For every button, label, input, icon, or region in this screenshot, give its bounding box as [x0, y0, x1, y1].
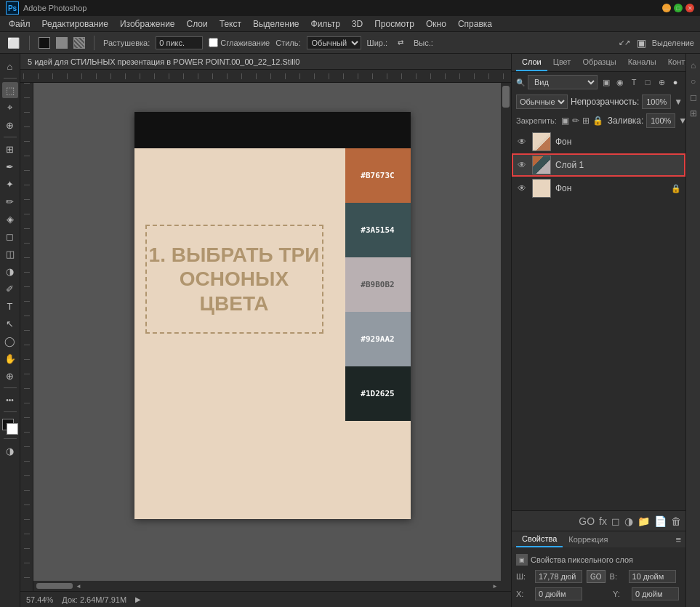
delete-layer-icon[interactable]: 🗑: [671, 515, 681, 527]
tab-channels[interactable]: Каналы: [622, 54, 662, 71]
menu-layers[interactable]: Слои: [181, 17, 214, 31]
dodge-tool[interactable]: ◑: [2, 263, 18, 279]
filter-pixel-icon[interactable]: ▣: [600, 76, 612, 88]
pen-tool[interactable]: ✐: [2, 281, 18, 297]
smooth-checkbox[interactable]: [209, 38, 218, 47]
select-all-icon[interactable]: ▣: [635, 36, 649, 50]
width-link-icon[interactable]: ⇄: [393, 36, 408, 50]
feather-input[interactable]: [156, 36, 203, 49]
shape-tool[interactable]: ◯: [2, 333, 18, 349]
title-bar-left: Ps Adobe Photoshop: [6, 1, 87, 15]
crop-tool[interactable]: ⊞: [2, 141, 18, 157]
status-arrow[interactable]: ▶: [135, 595, 141, 603]
layer-thumbnail: [532, 156, 551, 174]
blend-mode-select[interactable]: Обычные: [516, 95, 568, 109]
b-input[interactable]: [629, 570, 676, 583]
height-label: Выс.:: [414, 39, 433, 47]
menu-edit[interactable]: Редактирование: [36, 17, 114, 31]
canvas-scroll-area[interactable]: #B7673C #3A5154 #B9B0B2 #929AA2 #1D2625: [20, 70, 511, 591]
fill-black-icon[interactable]: [39, 37, 50, 49]
lock-artboard-icon[interactable]: ⊞: [582, 116, 590, 126]
lasso-tool[interactable]: ⌖: [2, 100, 18, 116]
filter-smart-icon[interactable]: ⊕: [656, 76, 667, 88]
layer-visibility-icon[interactable]: 👁: [516, 136, 528, 148]
layer-name: Фон: [555, 137, 681, 147]
brush-tool[interactable]: ✏: [2, 193, 18, 209]
heal-tool[interactable]: ✦: [2, 176, 18, 192]
transform-icon[interactable]: ↙↗: [617, 36, 632, 50]
eraser-tool[interactable]: ◻: [2, 228, 18, 244]
marquee-tool[interactable]: ⬚: [2, 82, 18, 98]
menu-image[interactable]: Изображение: [114, 17, 181, 31]
clone-tool[interactable]: ◈: [2, 211, 18, 227]
layer-kind-select[interactable]: Вид: [528, 75, 598, 89]
menu-select[interactable]: Выделение: [247, 17, 305, 31]
fill-pattern-icon[interactable]: [73, 37, 85, 49]
menu-filter[interactable]: Фильтр: [305, 17, 346, 31]
color-swatches[interactable]: [2, 419, 18, 435]
fill-gray-icon[interactable]: [56, 37, 68, 49]
link-layers-icon[interactable]: GO: [579, 515, 595, 527]
tab-layers[interactable]: Слои: [516, 54, 547, 71]
menu-view[interactable]: Просмотр: [369, 17, 420, 31]
filter-adj-icon[interactable]: ◉: [614, 76, 626, 88]
fill-input[interactable]: [646, 113, 675, 128]
extra-icon-4[interactable]: ⊞: [688, 108, 699, 119]
layer-visibility-icon[interactable]: 👁: [516, 159, 528, 171]
style-select[interactable]: Обычный: [307, 36, 361, 49]
extra-tools[interactable]: •••: [2, 392, 18, 408]
extra-icon-2[interactable]: ○: [688, 76, 699, 87]
lock-pixels-icon[interactable]: ▣: [561, 116, 569, 126]
color-swatch-column: #B7673C #3A5154 #B9B0B2 #929AA2 #1D2625: [345, 148, 411, 421]
layer-row[interactable]: 👁 Фон: [512, 130, 685, 153]
w-input[interactable]: [535, 570, 582, 583]
title-controls[interactable]: — □ ✕: [662, 4, 694, 12]
new-layer-icon[interactable]: 📄: [654, 515, 667, 527]
gradient-tool[interactable]: ◫: [2, 246, 18, 262]
menu-window[interactable]: Окно: [420, 17, 452, 31]
hand-tool[interactable]: ✋: [2, 350, 18, 366]
extra-icon-3[interactable]: ◻: [688, 92, 699, 103]
filter-type-icon[interactable]: T: [628, 76, 640, 88]
tab-color[interactable]: Цвет: [547, 54, 577, 71]
vertical-scrollbar[interactable]: [501, 83, 511, 591]
filter-toggle-icon[interactable]: ●: [669, 76, 681, 88]
y-input[interactable]: [632, 587, 679, 600]
menu-help[interactable]: Справка: [452, 17, 498, 31]
lock-position-icon[interactable]: ✏: [572, 116, 579, 126]
quick-mask-icon[interactable]: ◑: [2, 443, 18, 459]
filter-shape-icon[interactable]: □: [642, 76, 653, 88]
opacity-arrow[interactable]: ▼: [674, 97, 683, 107]
close-button[interactable]: ✕: [685, 4, 694, 12]
maximize-button[interactable]: □: [674, 4, 683, 12]
menu-text[interactable]: Текст: [214, 17, 247, 31]
layer-row[interactable]: 👁 Фон 🔒: [512, 177, 685, 200]
horizontal-scrollbar[interactable]: ◄ ►: [33, 581, 501, 591]
menu-3d[interactable]: 3D: [346, 17, 369, 31]
adjustment-layer-icon[interactable]: ◑: [624, 515, 633, 527]
minimize-button[interactable]: —: [662, 4, 671, 12]
x-input[interactable]: [535, 587, 582, 600]
zoom-tool[interactable]: ⊕: [2, 368, 18, 384]
properties-menu-btn[interactable]: ≡: [675, 534, 681, 545]
selection-rect-icon[interactable]: ⬜: [6, 36, 20, 50]
layer-visibility-icon[interactable]: 👁: [516, 182, 528, 194]
go-button[interactable]: GO: [587, 570, 606, 583]
quick-select-tool[interactable]: ⊕: [2, 117, 18, 133]
lock-all-icon[interactable]: 🔒: [592, 116, 603, 126]
add-mask-icon[interactable]: ◻: [611, 515, 620, 527]
tab-correction[interactable]: Коррекция: [563, 532, 613, 547]
layer-row[interactable]: 👁 Слой 1: [512, 153, 685, 177]
tab-properties[interactable]: Свойства: [516, 531, 563, 547]
extra-icon-1[interactable]: ⌂: [688, 60, 699, 71]
tab-swatches[interactable]: Образцы: [576, 54, 621, 71]
lock-icons: ▣ ✏ ⊞ 🔒: [561, 116, 603, 126]
menu-file[interactable]: Файл: [3, 17, 36, 31]
path-select-tool[interactable]: ↖: [2, 315, 18, 331]
eyedropper-tool[interactable]: ✒: [2, 158, 18, 174]
opacity-input[interactable]: [642, 95, 671, 109]
new-group-icon[interactable]: 📁: [637, 515, 650, 527]
layer-effects-icon[interactable]: fx: [599, 515, 607, 527]
home-icon[interactable]: ⌂: [2, 58, 18, 74]
type-tool[interactable]: T: [2, 298, 18, 314]
